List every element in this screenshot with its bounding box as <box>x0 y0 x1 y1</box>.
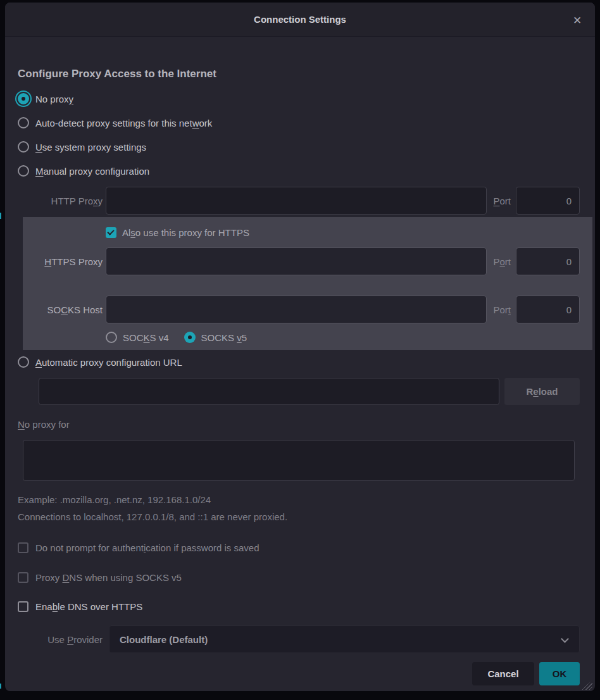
socks-v4-label: SOCKS v4 <box>123 332 169 343</box>
no-proxy-for-label: No proxy for <box>18 418 580 432</box>
https-port-input[interactable] <box>516 247 580 275</box>
socks-port-label: Port <box>493 304 511 315</box>
http-port-label: Port <box>493 196 511 206</box>
socks-version-radios: SOCKS v4 SOCKS v5 <box>106 328 580 346</box>
socks-host-input[interactable] <box>106 296 487 323</box>
dialog-title: Connection Settings <box>254 14 346 25</box>
background-accent-sliver <box>0 684 1 689</box>
no-proxy-hint: Example: .mozilla.org, .net.nz, 192.168.… <box>18 491 580 525</box>
http-proxy-row: HTTP Proxy Port <box>18 187 580 215</box>
dialog-footer: Cancel OK <box>18 662 580 685</box>
radio-use-system-label: Use system proxy settings <box>35 142 146 153</box>
no-proxy-example: Example: .mozilla.org, .net.nz, 192.168.… <box>18 491 580 508</box>
radio-automatic-proxy[interactable]: Automatic proxy configuration URL <box>18 350 580 374</box>
radio-button-icon[interactable] <box>106 332 117 343</box>
https-proxy-input[interactable] <box>106 247 487 275</box>
reload-button[interactable]: Reload <box>504 378 580 405</box>
enable-doh-checkbox-row[interactable]: Enable DNS over HTTPS <box>18 597 580 615</box>
automatic-proxy-url-input[interactable] <box>39 378 499 405</box>
close-icon[interactable]: ✕ <box>568 11 586 29</box>
https-socks-section: Also use this proxy for HTTPS HTTPS Prox… <box>23 217 592 350</box>
radio-manual-proxy-label: Manual proxy configuration <box>35 166 149 177</box>
http-proxy-label: HTTP Proxy <box>18 196 103 206</box>
http-port-input[interactable] <box>516 187 580 215</box>
radio-button-icon[interactable] <box>18 141 29 153</box>
use-provider-label: Use Provider <box>18 634 103 645</box>
socks-v5-label: SOCKS v5 <box>201 332 247 343</box>
radio-button-icon[interactable] <box>18 356 29 368</box>
radio-use-system[interactable]: Use system proxy settings <box>18 135 580 159</box>
no-prompt-auth-checkbox-row[interactable]: Do not prompt for authentication if pass… <box>18 539 580 556</box>
provider-dropdown[interactable]: Cloudflare (Default) <box>109 625 580 653</box>
page-title: Configure Proxy Access to the Internet <box>18 66 580 82</box>
also-use-proxy-checkbox-row[interactable]: Also use this proxy for HTTPS <box>106 223 580 241</box>
radio-button-icon[interactable] <box>18 117 29 128</box>
cancel-button[interactable]: Cancel <box>472 662 534 685</box>
enable-doh-label: Enable DNS over HTTPS <box>35 601 142 612</box>
checkbox-icon[interactable] <box>18 542 28 553</box>
http-proxy-input[interactable] <box>106 187 487 215</box>
automatic-proxy-url-row: Reload <box>39 378 580 405</box>
radio-auto-detect-label: Auto-detect proxy settings for this netw… <box>35 118 212 128</box>
connection-settings-dialog: Connection Settings ✕ Configure Proxy Ac… <box>5 3 595 691</box>
radio-auto-detect[interactable]: Auto-detect proxy settings for this netw… <box>18 111 580 135</box>
radio-no-proxy-label: No proxy <box>35 94 73 104</box>
ok-button[interactable]: OK <box>539 662 580 685</box>
no-proxy-note: Connections to localhost, 127.0.0.1/8, a… <box>18 508 580 525</box>
no-prompt-auth-label: Do not prompt for authentication if pass… <box>35 542 259 553</box>
proxy-dns-label: Proxy DNS when using SOCKS v5 <box>35 572 182 583</box>
socks-host-row: SOCKS Host Port <box>23 296 580 323</box>
https-proxy-row: HTTPS Proxy Port <box>23 247 580 275</box>
checkbox-icon[interactable] <box>106 227 116 238</box>
provider-dropdown-value: Cloudflare (Default) <box>120 634 208 645</box>
radio-button-icon[interactable] <box>18 165 29 177</box>
radio-button-icon[interactable] <box>184 332 196 343</box>
no-proxy-for-textarea[interactable] <box>23 440 575 481</box>
background-accent-sliver <box>0 213 1 219</box>
proxy-dns-checkbox-row[interactable]: Proxy DNS when using SOCKS v5 <box>18 568 580 586</box>
https-proxy-label: HTTPS Proxy <box>23 256 103 267</box>
dialog-titlebar: Connection Settings ✕ <box>5 3 595 37</box>
radio-no-proxy[interactable]: No proxy <box>18 87 580 111</box>
radio-manual-proxy[interactable]: Manual proxy configuration <box>18 159 580 183</box>
also-use-proxy-label: Also use this proxy for HTTPS <box>122 227 249 238</box>
doh-provider-row: Use Provider Cloudflare (Default) <box>18 625 580 653</box>
chevron-down-icon <box>561 635 569 643</box>
socks-host-label: SOCKS Host <box>23 304 103 315</box>
checkbox-icon[interactable] <box>18 572 28 583</box>
https-port-label: Port <box>493 256 511 267</box>
radio-automatic-proxy-label: Automatic proxy configuration URL <box>35 357 182 368</box>
radio-button-icon[interactable] <box>18 93 29 104</box>
socks-port-input[interactable] <box>516 296 580 323</box>
checkbox-icon[interactable] <box>18 601 28 612</box>
